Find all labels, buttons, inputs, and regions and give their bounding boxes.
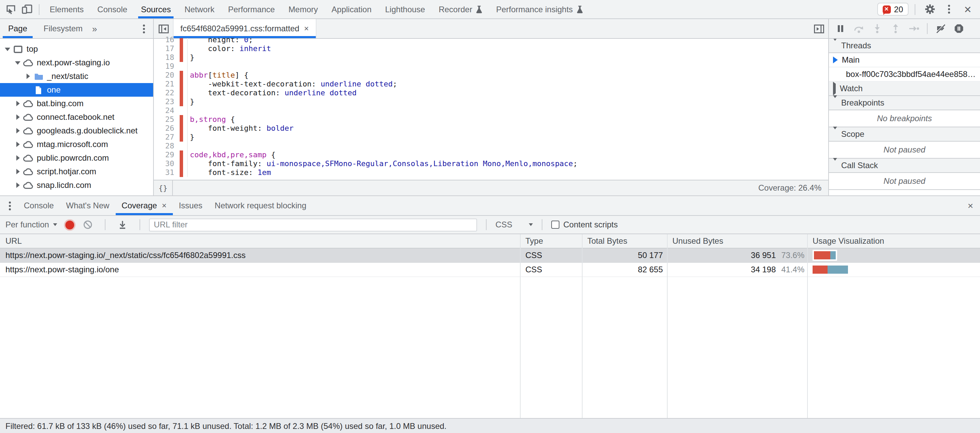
drawer-tab-coverage[interactable]: Coverage× bbox=[115, 196, 172, 215]
tab-elements[interactable]: Elements bbox=[43, 0, 91, 18]
close-tab-icon[interactable]: × bbox=[304, 24, 309, 33]
content-scripts-checkbox[interactable] bbox=[551, 221, 559, 229]
chevron-right-icon[interactable] bbox=[14, 101, 22, 106]
section-header-watch[interactable]: Watch bbox=[829, 82, 980, 96]
step-out-button[interactable] bbox=[887, 21, 904, 36]
tree-item-next-static[interactable]: _next/static bbox=[0, 70, 153, 83]
line-number[interactable]: 27 bbox=[154, 133, 174, 142]
line-number[interactable]: 16 bbox=[154, 35, 174, 44]
line-number[interactable]: 30 bbox=[154, 159, 174, 168]
chevron-right-icon[interactable] bbox=[14, 115, 22, 120]
record-button[interactable] bbox=[65, 220, 74, 229]
tab-network[interactable]: Network bbox=[178, 0, 221, 18]
thread-row-box-ff00c703c3bbdf54ae44ee858[interactable]: box-ff00c703c3bbdf54ae44ee858… bbox=[829, 67, 980, 82]
tree-item-top[interactable]: top bbox=[0, 42, 153, 56]
tree-item-mtag-microsoft-com[interactable]: mtag.microsoft.com bbox=[0, 137, 153, 151]
drawer-tab-issues[interactable]: Issues bbox=[172, 196, 208, 215]
tree-item-googleads-g-doubleclick-net[interactable]: googleads.g.doubleclick.net bbox=[0, 124, 153, 137]
tab-memory[interactable]: Memory bbox=[282, 0, 325, 18]
tree-item-static-hotjar-com[interactable]: static.hotjar.com bbox=[0, 192, 153, 196]
error-count-badge[interactable]: ✕ 20 bbox=[877, 3, 908, 16]
tree-item-script-hotjar-com[interactable]: script.hotjar.com bbox=[0, 165, 153, 178]
pause-button[interactable] bbox=[832, 21, 850, 36]
close-drawer-button[interactable]: × bbox=[961, 196, 980, 215]
tree-item-public-powrcdn-com[interactable]: public.powrcdn.com bbox=[0, 151, 153, 165]
chevron-right-icon[interactable] bbox=[14, 169, 22, 174]
chevron-down-icon[interactable] bbox=[14, 61, 22, 64]
column-header-usage-visualization[interactable]: Usage Visualization bbox=[807, 236, 980, 246]
section-header-call-stack[interactable]: Call Stack bbox=[829, 159, 980, 173]
inspect-element-button[interactable] bbox=[3, 2, 19, 17]
step-into-button[interactable] bbox=[869, 21, 886, 36]
code-editor[interactable]: 16 height: 0;17 color: inherit18}1920abb… bbox=[154, 35, 828, 180]
more-tabs-button[interactable]: » bbox=[92, 24, 97, 34]
tree-item-next-powr-staging-io[interactable]: next.powr-staging.io bbox=[0, 56, 153, 70]
thread-row-main[interactable]: Main bbox=[829, 53, 980, 67]
clear-button[interactable] bbox=[80, 217, 96, 232]
line-number[interactable]: 18 bbox=[154, 53, 174, 62]
device-toolbar-button[interactable] bbox=[19, 2, 35, 17]
line-number[interactable]: 23 bbox=[154, 97, 174, 106]
column-header-url[interactable]: URL bbox=[0, 236, 520, 246]
line-number[interactable]: 20 bbox=[154, 71, 174, 80]
table-row[interactable]: https://next.powr-staging.io/_next/stati… bbox=[0, 248, 980, 263]
navigator-menu-button[interactable] bbox=[143, 27, 145, 30]
column-header-type[interactable]: Type bbox=[520, 236, 582, 246]
drawer-tab-what-s-new[interactable]: What's New bbox=[60, 196, 115, 215]
column-header-unused-bytes[interactable]: Unused Bytes bbox=[667, 236, 807, 246]
used-bar bbox=[830, 251, 836, 259]
settings-button[interactable] bbox=[921, 2, 938, 17]
line-number[interactable]: 19 bbox=[154, 62, 174, 71]
tree-item-label: connect.facebook.net bbox=[37, 112, 115, 122]
step-button[interactable] bbox=[905, 21, 923, 36]
drawer-menu-button[interactable] bbox=[2, 196, 18, 215]
drawer-tab-console[interactable]: Console bbox=[18, 196, 60, 215]
line-number[interactable]: 31 bbox=[154, 168, 174, 177]
tab-filesystem[interactable]: Filesystem bbox=[35, 19, 91, 38]
pause-on-exceptions-button[interactable] bbox=[950, 21, 968, 36]
line-number[interactable]: 24 bbox=[154, 106, 174, 115]
type-filter-select[interactable]: CSS bbox=[495, 220, 533, 229]
chevron-right-icon[interactable] bbox=[14, 142, 22, 147]
close-devtools-button[interactable]: ✕ bbox=[959, 2, 976, 17]
chevron-down-icon[interactable] bbox=[3, 47, 11, 51]
tree-item-snap-licdn-com[interactable]: snap.licdn.com bbox=[0, 178, 153, 192]
tab-lighthouse[interactable]: Lighthouse bbox=[379, 0, 432, 18]
chevron-right-icon[interactable] bbox=[14, 155, 22, 161]
line-number[interactable]: 25 bbox=[154, 115, 174, 124]
editor-tab-active[interactable]: fc654f6802a59991.css:formatted × bbox=[173, 19, 317, 38]
deactivate-breakpoints-button[interactable] bbox=[932, 21, 950, 36]
chevron-right-icon[interactable] bbox=[24, 73, 32, 79]
tab-performance-insights[interactable]: Performance insights bbox=[489, 0, 590, 18]
table-row[interactable]: https://next.powr-staging.io/oneCSS82 65… bbox=[0, 263, 980, 277]
export-button[interactable] bbox=[115, 217, 130, 232]
line-number[interactable]: 21 bbox=[154, 80, 174, 89]
step-over-button[interactable] bbox=[850, 21, 868, 36]
tree-item-connect-facebook-net[interactable]: connect.facebook.net bbox=[0, 110, 153, 124]
section-header-breakpoints[interactable]: Breakpoints bbox=[829, 96, 980, 110]
coverage-mode-select[interactable]: Per function bbox=[5, 220, 57, 229]
line-number[interactable]: 26 bbox=[154, 124, 174, 133]
close-tab-icon[interactable]: × bbox=[162, 201, 166, 210]
line-number[interactable]: 28 bbox=[154, 142, 174, 150]
tab-recorder[interactable]: Recorder bbox=[432, 0, 489, 18]
tree-item-one[interactable]: one bbox=[0, 83, 153, 97]
line-number[interactable]: 22 bbox=[154, 89, 174, 97]
drawer-tab-network-request-blocking[interactable]: Network request blocking bbox=[208, 196, 312, 215]
tab-sources[interactable]: Sources bbox=[134, 0, 178, 18]
column-header-total-bytes[interactable]: Total Bytes bbox=[582, 236, 667, 246]
line-number[interactable]: 17 bbox=[154, 44, 174, 53]
tab-application[interactable]: Application bbox=[325, 0, 378, 18]
tab-console[interactable]: Console bbox=[91, 0, 134, 18]
url-filter-input[interactable] bbox=[149, 218, 477, 231]
line-number[interactable]: 29 bbox=[154, 150, 174, 159]
tab-performance[interactable]: Performance bbox=[221, 0, 282, 18]
section-header-scope[interactable]: Scope bbox=[829, 127, 980, 142]
tree-item-bat-bing-com[interactable]: bat.bing.com bbox=[0, 97, 153, 110]
section-header-threads[interactable]: Threads bbox=[829, 39, 980, 53]
pretty-print-button[interactable]: {} bbox=[154, 180, 173, 196]
devtools-menu-button[interactable] bbox=[940, 2, 957, 17]
chevron-right-icon[interactable] bbox=[14, 183, 22, 188]
chevron-right-icon[interactable] bbox=[14, 128, 22, 134]
tab-page[interactable]: Page bbox=[0, 19, 35, 38]
